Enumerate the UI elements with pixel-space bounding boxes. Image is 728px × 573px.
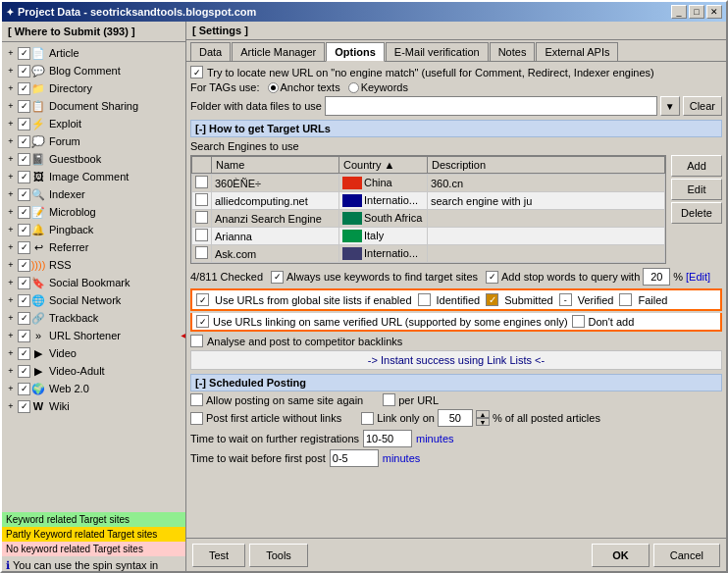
delete-button[interactable]: Delete	[671, 202, 722, 224]
tools-button[interactable]: Tools	[249, 544, 308, 567]
check-exploit[interactable]: ✓	[18, 118, 30, 130]
wait-reg-input[interactable]	[363, 430, 412, 447]
per-url-check[interactable]	[383, 393, 395, 406]
check-web20[interactable]: ✓	[18, 383, 30, 395]
tree-item-referrer[interactable]: + ✓ ↩ Referrer	[2, 238, 185, 256]
identified-check[interactable]	[418, 293, 431, 306]
tree-item-directory[interactable]: + ✓ 📁 Directory	[2, 79, 185, 97]
failed-check[interactable]	[619, 293, 632, 306]
use-global-check[interactable]: ✓	[196, 293, 209, 306]
tree-item-doc-sharing[interactable]: + ✓ 📋 Document Sharing	[2, 97, 185, 115]
use-urls-linking-check[interactable]: ✓	[196, 315, 209, 328]
link-only-input[interactable]	[438, 409, 473, 427]
tree-item-pingback[interactable]: + ✓ 🔔 Pingback	[2, 221, 185, 238]
check-guestbook[interactable]: ✓	[18, 153, 30, 166]
tree-item-trackback[interactable]: + ✓ 🔗 Trackback	[2, 309, 185, 327]
radio-anchor-btn[interactable]	[268, 82, 279, 93]
row-check-4[interactable]	[195, 246, 208, 259]
tab-external-apis[interactable]: External APIs	[536, 42, 618, 61]
test-button[interactable]: Test	[192, 544, 245, 567]
check-va[interactable]: ✓	[18, 365, 30, 378]
cancel-button[interactable]: Cancel	[653, 544, 720, 567]
row-check-2[interactable]	[195, 211, 208, 224]
folder-browse-button[interactable]: ▼	[660, 96, 680, 116]
check-article[interactable]: ✓	[18, 47, 30, 60]
col-name[interactable]: Name	[212, 157, 339, 174]
tree-item-image-comment[interactable]: + ✓ 🖼 Image Comment	[2, 168, 185, 185]
try-locate-check[interactable]: ✓	[190, 66, 203, 78]
add-stop-words-check[interactable]: ✓	[486, 271, 498, 284]
tree-item-rss[interactable]: + ✓ )))) RSS	[2, 256, 185, 274]
spin-up[interactable]: ▲	[476, 410, 490, 418]
check-image[interactable]: ✓	[18, 171, 30, 183]
check-doc[interactable]: ✓	[18, 100, 30, 113]
allow-same-check[interactable]	[190, 393, 203, 406]
radio-anchor[interactable]: Anchor texts	[268, 81, 340, 93]
link-only-check[interactable]	[361, 412, 374, 425]
tree-item-url-shortener[interactable]: + ✓ » URL Shortener ◄	[2, 327, 185, 344]
check-url[interactable]: ✓	[18, 330, 30, 342]
check-video[interactable]: ✓	[18, 347, 30, 360]
tree-item-blog-comment[interactable]: + ✓ 💬 Blog Comment	[2, 62, 185, 79]
radio-keywords[interactable]: Keywords	[348, 81, 408, 93]
tree-item-social-bookmark[interactable]: + ✓ 🔖 Social Bookmark	[2, 274, 185, 291]
check-sn[interactable]: ✓	[18, 294, 30, 307]
verified-check[interactable]: -	[559, 293, 572, 306]
always-keywords-check[interactable]: ✓	[271, 271, 284, 284]
tree-item-web20[interactable]: + ✓ 🌍 Web 2.0	[2, 380, 185, 397]
tree-item-guestbook[interactable]: + ✓ 📓 Guestbook	[2, 150, 185, 168]
check-referrer[interactable]: ✓	[18, 241, 30, 254]
check-rss[interactable]: ✓	[18, 259, 30, 272]
clear-button[interactable]: Clear	[683, 96, 722, 116]
tree-item-indexer[interactable]: + ✓ 🔍 Indexer	[2, 185, 185, 203]
table-row[interactable]: Arianna Italy	[192, 228, 665, 245]
table-row[interactable]: Ask.com Internatio...	[192, 245, 665, 263]
tree-item-exploit[interactable]: + ✓ ⚡ Exploit	[2, 115, 185, 132]
tree-item-video[interactable]: + ✓ ▶ Video	[2, 344, 185, 362]
tree-item-social-network[interactable]: + ✓ 🌐 Social Network	[2, 291, 185, 309]
tree-item-wiki[interactable]: + ✓ W Wiki	[2, 397, 185, 415]
radio-keywords-btn[interactable]	[348, 82, 359, 93]
check-sb[interactable]: ✓	[18, 277, 30, 289]
tab-email[interactable]: E-Mail verification	[386, 42, 489, 61]
stop-words-num[interactable]	[643, 268, 670, 286]
check-blog[interactable]: ✓	[18, 65, 30, 78]
tree-item-microblog[interactable]: + ✓ 📝 Microblog	[2, 203, 185, 221]
edit-link[interactable]: [Edit]	[686, 271, 710, 283]
ok-button[interactable]: OK	[592, 544, 650, 567]
tree-item-article[interactable]: + ✓ 📄 Article	[2, 44, 185, 62]
wait-post-input[interactable]	[330, 449, 379, 467]
tree-item-forum[interactable]: + ✓ 💭 Forum	[2, 132, 185, 150]
row-check-0[interactable]	[195, 176, 208, 188]
tree-item-video-adult[interactable]: + ✓ ▶ Video-Adult	[2, 362, 185, 380]
analyse-check[interactable]	[190, 335, 203, 347]
tab-data[interactable]: Data	[190, 42, 231, 61]
check-microblog[interactable]: ✓	[18, 206, 30, 219]
spin-down[interactable]: ▼	[476, 418, 490, 426]
col-country[interactable]: Country ▲	[339, 157, 428, 174]
check-wiki[interactable]: ✓	[18, 400, 30, 413]
check-trackback[interactable]: ✓	[18, 312, 30, 325]
dont-add-check[interactable]	[572, 315, 585, 328]
folder-input[interactable]	[325, 96, 657, 116]
check-directory[interactable]: ✓	[18, 82, 30, 95]
tab-article-manager[interactable]: Article Manager	[232, 42, 325, 61]
tab-options[interactable]: Options	[326, 42, 385, 62]
post-first-check[interactable]	[190, 412, 203, 425]
row-check-3[interactable]	[195, 229, 208, 241]
instant-success-link[interactable]: -> Instant success using Link Lists <-	[190, 350, 722, 370]
check-pingback[interactable]: ✓	[18, 224, 30, 236]
submitted-check[interactable]: ✓	[486, 293, 498, 306]
table-row[interactable]: 360ÈÑE÷ China 360.cn	[192, 175, 665, 192]
table-row[interactable]: alliedcomputing.net Internatio... search…	[192, 192, 665, 210]
check-forum[interactable]: ✓	[18, 135, 30, 148]
check-indexer[interactable]: ✓	[18, 188, 30, 201]
maximize-button[interactable]: □	[689, 5, 704, 19]
minimize-button[interactable]: _	[671, 5, 687, 19]
tab-notes[interactable]: Notes	[490, 42, 536, 61]
table-row[interactable]: Ananzi Search Engine South Africa	[192, 210, 665, 228]
row-check-1[interactable]	[195, 193, 208, 206]
add-button[interactable]: Add	[671, 155, 722, 177]
close-button[interactable]: ✕	[706, 5, 722, 19]
edit-button[interactable]: Edit	[671, 179, 722, 200]
